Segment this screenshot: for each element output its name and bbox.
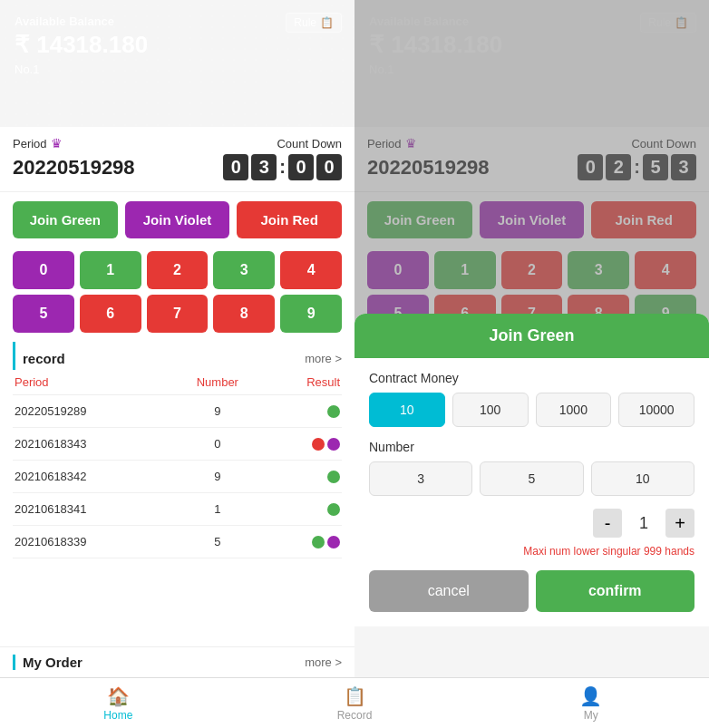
left-join-red-button[interactable]: Join Red [237,201,342,238]
right-panel: Available Balance Rule 📋 ₹ 14318.180 No.… [354,0,709,677]
left-digit-2: 0 [288,154,314,180]
left-my-order-title: My Order [13,655,83,670]
left-record-table: Period Number Result 20220519289 9 20210… [13,370,342,558]
join-dialog-header: Join Green [354,314,709,358]
left-num-2[interactable]: 2 [147,251,209,289]
my-icon: 👤 [579,685,602,707]
left-num-0[interactable]: 0 [13,251,74,289]
left-join-buttons: Join Green Join Violet Join Red [0,192,354,248]
join-dialog-overlay: Join Green Contract Money 10 100 1000 10… [354,0,709,626]
left-record-title: record [23,351,65,366]
nav-home-label: Home [103,709,132,722]
nav-record-label: Record [337,709,373,722]
record-icon: 📋 [344,685,366,707]
stepper-hint: Maxi num lower singular 999 hands [369,545,694,558]
left-rule-label: Rule [294,16,316,29]
left-countdown-display: 0 3 : 0 0 [223,154,342,180]
left-number-grid: 0 1 2 3 4 5 6 7 8 9 [0,248,354,342]
left-period-section: Period ♛ Count Down 20220519298 0 3 : 0 … [0,127,354,192]
money-btn-100[interactable]: 100 [452,393,529,427]
home-icon: 🏠 [107,685,130,707]
left-col-result: Result [265,370,342,395]
left-digit-3: 0 [316,154,342,180]
crown-icon: ♛ [51,136,63,150]
left-num-7[interactable]: 7 [147,295,209,333]
left-num-9[interactable]: 9 [280,295,342,333]
dot-green [327,405,340,418]
left-period-label: Period ♛ [13,136,63,150]
num-option-10[interactable]: 10 [591,461,694,496]
left-join-violet-button[interactable]: Join Violet [125,201,230,238]
number-label: Number [369,440,694,454]
table-row: 20210618339 5 [13,526,342,558]
nav-my[interactable]: 👤 My [472,678,709,728]
money-btn-1000[interactable]: 1000 [536,393,612,427]
left-col-period: Period [13,370,170,395]
left-num-4[interactable]: 4 [280,251,342,289]
dot-green [327,471,340,483]
left-period-number: 20220519298 [13,156,135,180]
join-dialog: Join Green Contract Money 10 100 1000 10… [354,314,709,626]
confirm-button[interactable]: confirm [536,570,695,612]
left-num-5[interactable]: 5 [13,295,74,333]
left-num-6[interactable]: 6 [80,295,141,333]
left-countdown-label: Count Down [277,137,342,150]
table-row: 20210618342 9 [13,461,342,493]
left-num-3[interactable]: 3 [213,251,275,289]
dot-green [327,503,340,516]
stepper-row: - 1 + [369,509,694,538]
left-my-order-section: My Order more > [0,646,354,677]
number-options: 3 5 10 [369,461,694,496]
dot-green [312,536,325,548]
dialog-actions: cancel confirm [369,570,694,612]
left-sep-1: : [279,157,286,178]
table-row: 20220519289 9 [13,395,342,428]
left-panel: Available Balance Rule 📋 ₹ 14318.180 No.… [0,0,354,677]
stepper-minus-button[interactable]: - [593,509,622,538]
left-num-8[interactable]: 8 [213,295,275,333]
dot-red [312,438,325,451]
contract-money-options: 10 100 1000 10000 [369,393,694,427]
left-header: Available Balance Rule 📋 ₹ 14318.180 No.… [0,0,354,127]
left-col-number: Number [170,370,265,395]
left-digit-1: 3 [251,154,277,180]
left-balance-value: ₹ 14318.180 [15,31,340,59]
contract-money-label: Contract Money [369,371,694,385]
dot-violet [327,438,340,451]
stepper-value: 1 [633,514,655,533]
left-my-order-more[interactable]: more > [305,655,342,669]
left-record-more[interactable]: more > [305,352,342,365]
left-no: No.1 [15,63,340,76]
num-option-3[interactable]: 3 [369,461,472,496]
left-rule-button[interactable]: Rule 📋 [286,13,342,33]
table-row: 20210618343 0 [13,428,342,461]
left-balance-label: Available Balance [15,15,114,28]
rule-icon: 📋 [320,16,334,29]
nav-my-label: My [584,709,598,722]
left-digit-0: 0 [223,154,248,180]
bottom-nav: 🏠 Home 📋 Record 👤 My [0,677,709,728]
nav-record[interactable]: 📋 Record [237,678,473,728]
left-record-header: record more > [13,342,342,370]
nav-home[interactable]: 🏠 Home [0,678,237,728]
money-btn-10[interactable]: 10 [369,393,445,427]
dot-violet [327,536,340,548]
money-btn-10000[interactable]: 10000 [618,393,694,427]
left-record-section: record more > Period Number Result 20220… [0,342,354,646]
left-num-1[interactable]: 1 [80,251,141,289]
left-join-green-button[interactable]: Join Green [13,201,118,238]
cancel-button[interactable]: cancel [369,570,529,612]
table-row: 20210618341 1 [13,493,342,526]
num-option-5[interactable]: 5 [480,461,583,496]
stepper-plus-button[interactable]: + [665,509,694,538]
